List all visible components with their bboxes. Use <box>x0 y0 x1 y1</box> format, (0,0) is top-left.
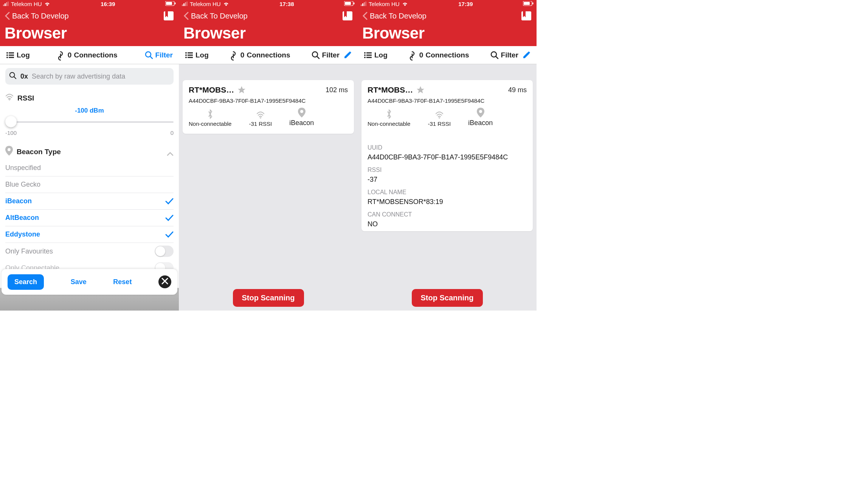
beacon-item-blue-gecko[interactable]: Blue Gecko <box>5 176 174 193</box>
back-label: Back To Develop <box>12 12 69 20</box>
connections-button[interactable]: 0 Connections <box>57 51 118 59</box>
bookmark-icon[interactable] <box>163 11 174 21</box>
svg-rect-6 <box>175 2 176 4</box>
svg-rect-24 <box>183 3 185 6</box>
rssi-slider[interactable] <box>5 116 174 128</box>
close-button[interactable] <box>158 275 171 288</box>
star-icon[interactable] <box>416 85 425 94</box>
device-name: RT*MOBS… <box>189 85 234 94</box>
chevron-left-icon <box>5 12 10 20</box>
list-icon <box>364 51 372 59</box>
check-icon <box>165 198 174 205</box>
chevron-left-icon <box>362 12 368 20</box>
uuid-label: UUID <box>368 144 527 151</box>
svg-rect-49 <box>532 2 534 4</box>
wifi-icon <box>223 1 230 7</box>
svg-rect-1 <box>5 3 6 6</box>
toolbar: Log 0 Connections Filter <box>358 46 537 64</box>
svg-point-42 <box>300 110 303 113</box>
svg-point-62 <box>479 110 482 113</box>
search-input[interactable]: 0x Search by raw advertising data <box>5 68 174 85</box>
log-button[interactable]: Log <box>185 51 209 59</box>
beacon-item-unspecified[interactable]: Unspecified <box>5 160 174 176</box>
link-icon <box>230 51 238 59</box>
beacon-item-altbeacon[interactable]: AltBeacon <box>5 210 174 226</box>
location-icon <box>5 146 13 158</box>
rssi-value: -100 dBm <box>5 107 174 114</box>
reset-button[interactable]: Reset <box>113 278 132 286</box>
beacon-type-header[interactable]: Beacon Type <box>5 144 174 160</box>
edit-icon[interactable] <box>522 51 530 59</box>
filter-label: Filter <box>322 51 340 59</box>
beacon-item-eddystone[interactable]: Eddystone <box>5 226 174 243</box>
svg-point-9 <box>6 52 8 54</box>
star-icon[interactable] <box>237 85 246 94</box>
log-button[interactable]: Log <box>364 51 388 59</box>
toolbar: Log 0 Connections Filter <box>179 46 358 64</box>
list-icon <box>6 51 14 59</box>
stop-scanning-button[interactable]: Stop Scanning <box>233 289 304 307</box>
filter-button[interactable]: Filter <box>312 51 352 59</box>
back-button[interactable]: Back To Develop <box>5 12 69 20</box>
filter-button[interactable]: Filter <box>145 51 173 59</box>
wifi-icon <box>5 94 14 102</box>
svg-point-11 <box>6 54 8 56</box>
svg-rect-12 <box>9 54 14 56</box>
device-card[interactable]: RT*MOBS… 102 ms A44D0CBF-9BA3-7F0F-B1A7-… <box>183 80 354 134</box>
search-icon <box>312 51 320 59</box>
signal-icon <box>3 1 9 7</box>
beacon-item-ibeacon[interactable]: iBeacon <box>5 193 174 210</box>
search-button[interactable]: Search <box>8 274 44 290</box>
slider-thumb[interactable] <box>5 116 17 127</box>
signal-icon <box>361 1 367 7</box>
filter-footer: Search Save Reset <box>2 269 177 295</box>
carrier-label: Telekom HU <box>190 1 221 7</box>
back-button[interactable]: Back To Develop <box>362 12 427 20</box>
svg-point-32 <box>185 52 187 54</box>
page-title: Browser <box>362 24 532 42</box>
filter-button[interactable]: Filter <box>490 51 530 59</box>
header: Back To Develop Browser <box>358 8 537 46</box>
check-icon <box>165 215 174 221</box>
save-button[interactable]: Save <box>71 278 87 286</box>
connections-count: 0 <box>419 51 423 59</box>
favourites-toggle[interactable] <box>155 246 174 257</box>
edit-icon[interactable] <box>343 51 352 59</box>
log-label: Log <box>374 51 388 59</box>
scan-results[interactable]: RT*MOBS… 102 ms A44D0CBF-9BA3-7F0F-B1A7-… <box>179 64 358 311</box>
scan-results[interactable]: RT*MOBS… 49 ms A44D0CBF-9BA3-7F0F-B1A7-1… <box>358 64 537 311</box>
connections-button[interactable]: 0 Connections <box>409 51 469 59</box>
status-bar: Telekom HU 17:39 <box>358 0 537 8</box>
connections-button[interactable]: 0 Connections <box>230 51 290 59</box>
bookmark-icon[interactable] <box>521 11 532 21</box>
svg-line-39 <box>317 56 319 59</box>
device-card[interactable]: RT*MOBS… 49 ms A44D0CBF-9BA3-7F0F-B1A7-1… <box>361 80 533 134</box>
back-button[interactable]: Back To Develop <box>183 12 248 20</box>
svg-rect-33 <box>188 52 193 53</box>
svg-rect-0 <box>3 5 4 6</box>
close-icon <box>161 278 168 286</box>
log-button[interactable]: Log <box>6 51 30 59</box>
screen-scan-list: Telekom HU 17:38 Back To Develop Browser <box>179 0 358 311</box>
search-icon <box>9 72 17 81</box>
svg-line-18 <box>14 76 16 78</box>
bookmark-icon[interactable] <box>342 11 353 21</box>
stop-scanning-button[interactable]: Stop Scanning <box>412 289 483 307</box>
screen-scan-detail: Telekom HU 17:39 Back To Develop Browser <box>358 0 537 311</box>
svg-rect-28 <box>345 2 351 5</box>
svg-rect-7 <box>164 11 174 20</box>
svg-rect-37 <box>188 57 193 58</box>
can-connect-value: NO <box>368 220 527 228</box>
svg-line-16 <box>150 56 152 59</box>
chevron-left-icon <box>183 12 189 20</box>
clock: 17:39 <box>458 1 473 7</box>
header: Back To Develop Browser <box>179 8 358 46</box>
svg-point-20 <box>8 148 11 151</box>
carrier-label: Telekom HU <box>11 1 42 7</box>
link-icon <box>57 51 65 59</box>
svg-rect-30 <box>343 11 352 20</box>
svg-rect-50 <box>521 11 531 20</box>
svg-point-19 <box>9 99 10 100</box>
svg-rect-2 <box>6 2 7 6</box>
battery-icon <box>344 1 355 7</box>
